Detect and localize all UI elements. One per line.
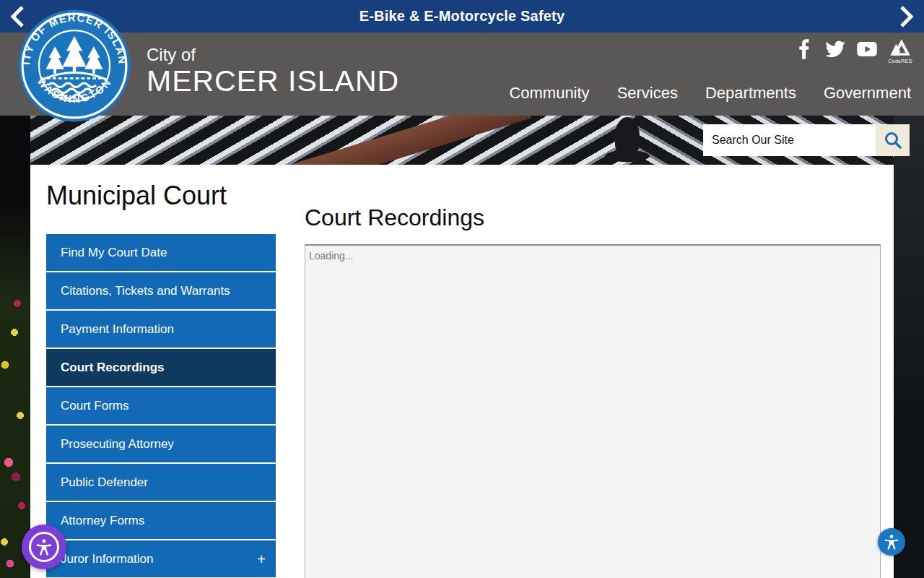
sidebar-menu: Find My Court DateCitations, Tickets and…: [46, 234, 276, 578]
codered-label: CodeRED: [888, 59, 912, 64]
accessibility-icon: [29, 532, 59, 562]
banner-text[interactable]: E-Bike & E-Motorcycle Safety: [359, 8, 565, 25]
nav-government[interactable]: Government: [824, 84, 911, 103]
sidebar-item-court-forms[interactable]: Court Forms: [46, 387, 276, 424]
sidebar-item-prosecuting-attorney[interactable]: Prosecuting Attorney: [46, 426, 276, 462]
search-input[interactable]: [703, 124, 876, 156]
nav-community[interactable]: Community: [509, 84, 589, 103]
site-title-prefix: City of: [147, 45, 399, 65]
accessibility-widget-button[interactable]: [22, 525, 66, 569]
search-icon: [883, 130, 903, 150]
site-header: City of MERCER ISLAND CommunityServicesD…: [0, 33, 924, 116]
city-seal-logo[interactable]: CITY OF MERCER ISLAND WASHINGTON: [17, 9, 131, 123]
content-panel: Municipal Court Find My Court DateCitati…: [30, 165, 894, 578]
sidebar-item-public-defender[interactable]: Public Defender: [46, 464, 276, 501]
twitter-icon[interactable]: [824, 38, 846, 60]
sidebar-item-juror-information[interactable]: Juror Information+: [46, 540, 276, 577]
roof-lamp: [615, 117, 640, 155]
expand-plus-icon[interactable]: +: [257, 551, 266, 566]
site-search: [703, 124, 910, 156]
accessibility-person-icon: [883, 533, 900, 551]
recordings-embed-frame[interactable]: Loading...: [305, 244, 881, 578]
section-heading: Court Recordings: [305, 204, 484, 231]
main-nav: CommunityServicesDepartmentsGovernment: [509, 84, 911, 103]
sidebar-item-find-my-court-date[interactable]: Find My Court Date: [46, 234, 276, 271]
sidebar-item-citations-tickets-and-warrants[interactable]: Citations, Tickets and Warrants: [46, 272, 276, 309]
main-column: Court Recordings Loading...: [305, 165, 881, 578]
codered-icon: [889, 38, 911, 60]
recite-accessibility-button[interactable]: [878, 528, 905, 556]
codered-link[interactable]: CodeRED: [888, 38, 912, 64]
facebook-icon[interactable]: [793, 38, 814, 60]
sidebar-item-payment-information[interactable]: Payment Information: [46, 311, 276, 348]
social-links: CodeRED: [793, 38, 912, 64]
page-title: Municipal Court: [46, 181, 227, 211]
flower-strip: [0, 116, 30, 578]
nav-departments[interactable]: Departments: [705, 84, 796, 103]
sidebar-item-court-recordings[interactable]: Court Recordings: [46, 349, 276, 386]
banner-next-icon[interactable]: [895, 5, 917, 28]
sidebar-item-attorney-forms[interactable]: Attorney Forms: [46, 502, 276, 539]
loading-text: Loading...: [305, 246, 880, 266]
site-title[interactable]: City of MERCER ISLAND: [147, 45, 399, 97]
youtube-icon[interactable]: [856, 38, 878, 60]
nav-services[interactable]: Services: [617, 84, 678, 103]
site-title-name: MERCER ISLAND: [147, 64, 399, 98]
alert-banner: E-Bike & E-Motorcycle Safety: [0, 0, 924, 33]
dark-right-strip: [894, 116, 924, 578]
search-button[interactable]: [876, 124, 910, 156]
